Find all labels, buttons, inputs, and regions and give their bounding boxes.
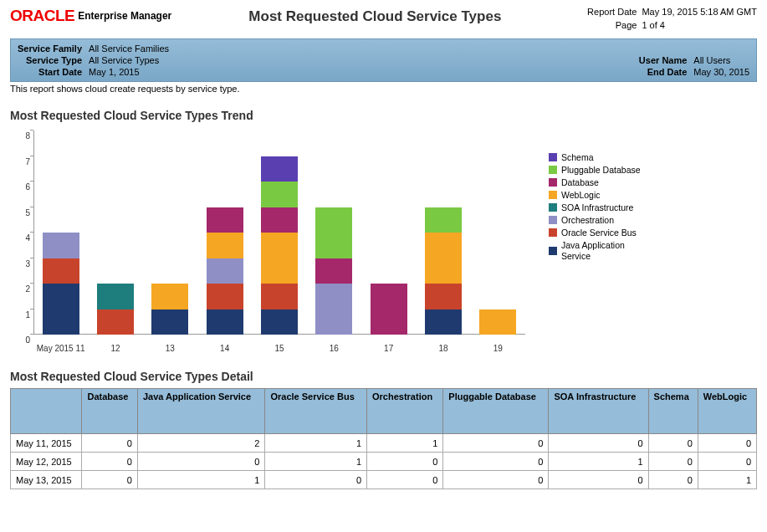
y-tick-label: 5 [10,207,30,217]
table-cell: 0 [648,471,698,489]
x-tick-label: 17 [372,344,406,353]
legend-item: Java Application Service [549,240,653,260]
bar-segment [261,284,298,309]
bar-segment [479,309,516,335]
product-name: Enterprise Manager [78,10,171,22]
filter-value: All Service Families [89,43,169,54]
bar-segment [425,233,462,284]
bar-segment [261,207,298,233]
bar-segment [151,309,188,335]
bar-column [315,207,352,335]
legend-label: Orchestration [561,215,614,225]
bar-segment [315,284,352,335]
x-tick-label: 16 [317,344,350,353]
legend-label: SOA Infrastructure [561,202,633,212]
table-cell: 1 [137,471,265,489]
bar-segment [207,284,243,309]
filter-label: Service Family [18,43,89,54]
table-cell: 0 [367,453,443,471]
bar-segment [207,233,243,258]
legend-label: Pluggable Database [561,165,641,175]
table-header-cell: WebLogic [698,389,756,434]
report-subtitle: This report shows cloud create requests … [10,84,757,94]
bar-segment [43,284,79,335]
table-header-cell [11,389,82,434]
bar-column [43,233,79,335]
y-tick-label: 1 [10,309,30,319]
table-cell: 0 [648,434,698,453]
table-header-cell: SOA Infrastructure [549,389,648,434]
legend-label: Schema [561,152,594,162]
legend-label: Java Application Service [561,240,653,260]
x-tick-label: 15 [263,344,296,353]
y-tick-label: 3 [10,258,30,268]
table-date-cell: May 12, 2015 [11,453,82,471]
table-cell: 0 [443,434,549,453]
bar-segment [97,284,134,309]
detail-table: DatabaseJava Application ServiceOracle S… [10,388,757,489]
legend-item: Schema [549,152,653,162]
filter-row: Service TypeAll Service Types [18,54,169,66]
table-header-cell: Pluggable Database [443,389,549,434]
legend-swatch [549,216,557,224]
y-tick-label: 8 [10,131,30,141]
bar-segment [261,182,298,207]
bar-column [97,284,134,335]
filter-row: End DateMay 30, 2015 [639,66,749,78]
table-cell: 0 [265,471,367,489]
logo-block: ORACLE Enterprise Manager [10,7,171,25]
bar-segment [315,258,352,284]
x-tick-label: 18 [427,344,460,353]
table-date-cell: May 11, 2015 [11,434,82,453]
table-cell: 0 [137,453,265,471]
legend-item: WebLogic [549,190,653,200]
legend-swatch [549,153,557,161]
table-cell: 0 [549,471,648,489]
y-tick-label: 0 [10,335,30,345]
table-header-cell: Database [82,389,137,434]
legend-item: Orchestration [549,215,653,225]
bar-segment [151,284,188,309]
bar-segment [207,309,243,335]
bar-segment [261,309,298,335]
filter-value: May 1, 2015 [89,66,169,78]
bar-segment [207,207,243,233]
table-cell: 0 [443,453,549,471]
legend-item: Database [549,177,653,187]
bar-column [479,309,516,335]
x-tick-label: May 2015 11 [28,344,95,353]
bar-column [151,284,188,335]
table-cell: 0 [367,471,443,489]
bar-segment [425,207,462,233]
table-cell: 0 [698,434,756,453]
legend-item: Oracle Service Bus [549,228,653,238]
table-cell: 0 [443,471,549,489]
bar-segment [371,284,407,335]
filter-label: End Date [639,66,693,78]
bar-column [261,156,298,335]
bar-segment [43,233,79,258]
x-tick-label: 12 [99,344,132,353]
bar-column [371,284,407,335]
page-value: 1 of 4 [642,20,665,30]
table-cell: 0 [82,434,137,453]
bar-segment [261,233,298,284]
table-cell: 0 [698,453,756,471]
table-cell: 0 [648,453,698,471]
table-cell: 0 [549,434,648,453]
x-tick-label: 19 [481,344,514,353]
legend-label: Oracle Service Bus [561,228,637,238]
filter-value: All Users [693,54,749,66]
bar-segment [97,309,134,335]
report-date-value: May 19, 2015 5:18 AM GMT [642,7,757,17]
table-header-cell: Oracle Service Bus [265,389,367,434]
table-cell: 1 [549,453,648,471]
table-cell: 1 [265,434,367,453]
oracle-logo: ORACLE [10,7,74,25]
table-cell: 1 [265,453,367,471]
trend-section-title: Most Requested Cloud Service Types Trend [10,109,757,122]
bar-segment [261,156,298,182]
report-date-label: Report Date [578,7,637,17]
table-header-cell: Java Application Service [137,389,265,434]
legend-swatch [549,228,557,237]
